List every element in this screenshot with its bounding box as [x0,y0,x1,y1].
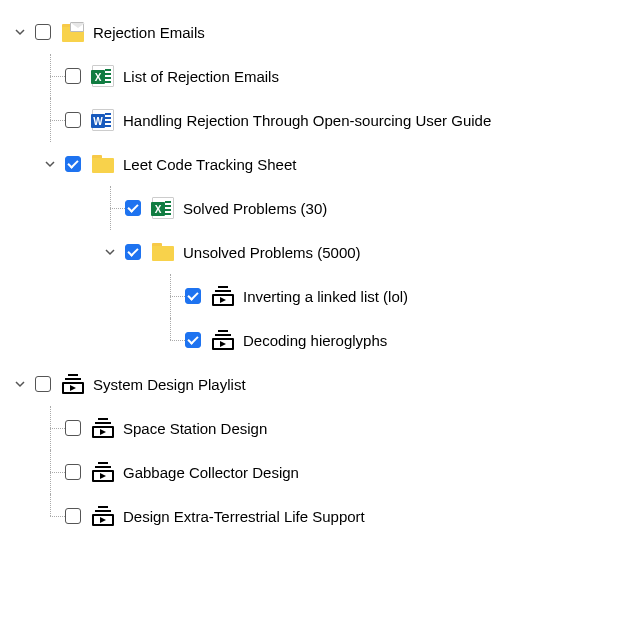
playlist-icon [92,462,114,482]
tree-item-inverting[interactable]: Inverting a linked list (lol) [5,274,620,318]
item-label: Handling Rejection Through Open-sourcing… [123,112,491,129]
folder-icon [92,155,114,173]
item-label: Rejection Emails [93,24,205,41]
tree-item-solved[interactable]: XSolved Problems (30) [5,186,620,230]
checkbox[interactable] [185,332,201,348]
playlist-icon [92,418,114,438]
playlist-icon [212,286,234,306]
tree-item-rejection[interactable]: Rejection Emails [5,10,620,54]
folder-icon [152,243,174,261]
tree-item-sysdesign[interactable]: System Design Playlist [5,362,620,406]
checkbox[interactable] [65,156,81,172]
item-label: Space Station Design [123,420,267,437]
tree-item-unsolved[interactable]: Unsolved Problems (5000) [5,230,620,274]
excel-icon: X [92,65,114,87]
tree-item-space-station[interactable]: Space Station Design [5,406,620,450]
chevron-down-icon[interactable] [95,246,125,258]
checkbox[interactable] [185,288,201,304]
checkbox[interactable] [35,376,51,392]
word-icon: W [92,109,114,131]
checkbox[interactable] [125,244,141,260]
checkbox[interactable] [65,112,81,128]
item-label: List of Rejection Emails [123,68,279,85]
item-label: Gabbage Collector Design [123,464,299,481]
chevron-down-icon[interactable] [5,26,35,38]
tree-item-garbage-collector[interactable]: Gabbage Collector Design [5,450,620,494]
checkbox[interactable] [65,508,81,524]
item-label: Inverting a linked list (lol) [243,288,408,305]
item-label: Decoding hieroglyphs [243,332,387,349]
excel-icon: X [152,197,174,219]
checkbox[interactable] [65,68,81,84]
playlist-icon [92,506,114,526]
item-label: System Design Playlist [93,376,246,393]
tree-item-decoding[interactable]: Decoding hieroglyphs [5,318,620,362]
item-label: Design Extra-Terrestrial Life Support [123,508,365,525]
playlist-icon [212,330,234,350]
chevron-down-icon[interactable] [5,378,35,390]
item-label: Solved Problems (30) [183,200,327,217]
tree-item-list-rejection[interactable]: XList of Rejection Emails [5,54,620,98]
checkbox[interactable] [125,200,141,216]
tree-item-leetcode[interactable]: Leet Code Tracking Sheet [5,142,620,186]
checkbox[interactable] [65,420,81,436]
checkbox[interactable] [65,464,81,480]
checkbox[interactable] [35,24,51,40]
tree-item-et-life[interactable]: Design Extra-Terrestrial Life Support [5,494,620,538]
tree-item-handling-rejection[interactable]: WHandling Rejection Through Open-sourcin… [5,98,620,142]
item-label: Leet Code Tracking Sheet [123,156,296,173]
file-tree: Rejection EmailsXList of Rejection Email… [5,10,620,538]
item-label: Unsolved Problems (5000) [183,244,361,261]
playlist-icon [62,374,84,394]
chevron-down-icon[interactable] [35,158,65,170]
mail-folder-icon [62,22,84,42]
